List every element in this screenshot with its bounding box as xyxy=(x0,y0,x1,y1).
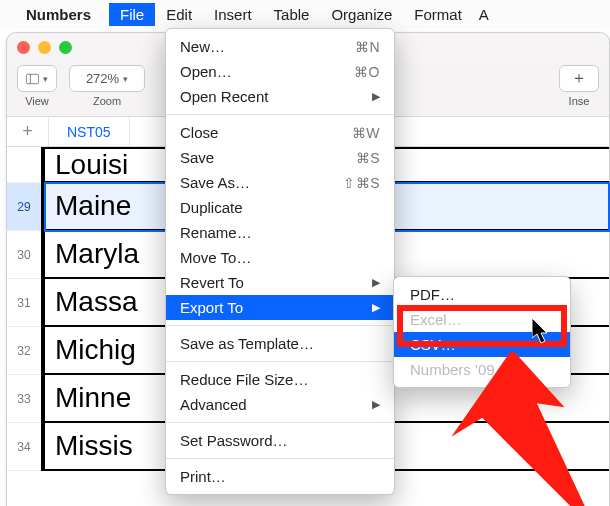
cell-text: Missis xyxy=(55,430,133,462)
sidebar-icon xyxy=(26,72,39,86)
insert-button[interactable]: ＋ xyxy=(559,65,599,92)
menu-item-label: New… xyxy=(180,38,225,55)
minimize-window-button[interactable] xyxy=(38,41,51,54)
menu-item-label: Export To xyxy=(180,299,243,316)
menu-item-label: Advanced xyxy=(180,396,247,413)
add-sheet-button[interactable]: + xyxy=(7,117,49,146)
menu-item[interactable]: Rename… xyxy=(166,220,394,245)
menubar-item-insert[interactable]: Insert xyxy=(203,3,263,26)
submenu-arrow-icon: ▶ xyxy=(372,90,380,103)
menu-item-label: Open Recent xyxy=(180,88,268,105)
row-number[interactable]: 34 xyxy=(7,423,41,471)
app-name[interactable]: Numbers xyxy=(26,6,91,23)
submenu-arrow-icon: ▶ xyxy=(372,301,380,314)
zoom-button[interactable]: 272% ▾ xyxy=(69,65,145,92)
menu-item[interactable]: Duplicate xyxy=(166,195,394,220)
cell-text: Michig xyxy=(55,334,136,366)
menubar-item-file[interactable]: File xyxy=(109,3,155,26)
menu-shortcut: ⌘N xyxy=(355,39,380,55)
menu-item[interactable]: Move To… xyxy=(166,245,394,270)
menu-separator xyxy=(166,422,394,423)
menu-separator xyxy=(166,325,394,326)
row-number[interactable]: 30 xyxy=(7,231,41,279)
row-number-column: 29 30 31 32 33 34 xyxy=(7,147,41,471)
menu-item-label: Rename… xyxy=(180,224,252,241)
menu-item[interactable]: New…⌘N xyxy=(166,34,394,59)
menu-separator xyxy=(166,361,394,362)
file-menu: New…⌘NOpen…⌘OOpen Recent▶Close⌘WSave⌘SSa… xyxy=(165,28,395,495)
cell-text: Maine xyxy=(55,190,131,222)
menu-shortcut: ⇧⌘S xyxy=(343,175,380,191)
menu-item-label: Duplicate xyxy=(180,199,243,216)
cell-text: Maryla xyxy=(55,238,139,270)
export-submenu: PDF…Excel…CSV…Numbers '09… xyxy=(393,276,571,388)
menu-item[interactable]: Save as Template… xyxy=(166,331,394,356)
menu-item[interactable]: Open…⌘O xyxy=(166,59,394,84)
menu-item[interactable]: Save⌘S xyxy=(166,145,394,170)
menu-item-label: Print… xyxy=(180,468,226,485)
submenu-item[interactable]: Excel… xyxy=(394,307,570,332)
mac-menubar: Numbers File Edit Insert Table Organize … xyxy=(0,0,610,29)
menu-separator xyxy=(166,458,394,459)
menu-item-label: Move To… xyxy=(180,249,251,266)
sheet-tab[interactable]: NST05 xyxy=(49,117,130,146)
menu-item-label: Save As… xyxy=(180,174,250,191)
menu-item[interactable]: Advanced▶ xyxy=(166,392,394,417)
zoom-window-button[interactable] xyxy=(59,41,72,54)
chevron-down-icon: ▾ xyxy=(43,74,48,84)
menu-item[interactable]: Open Recent▶ xyxy=(166,84,394,109)
menubar-item-edit[interactable]: Edit xyxy=(155,3,203,26)
row-number[interactable]: 31 xyxy=(7,279,41,327)
zoom-label: Zoom xyxy=(93,95,121,107)
menu-shortcut: ⌘W xyxy=(352,125,380,141)
menubar-item-format[interactable]: Format xyxy=(403,3,473,26)
row-number[interactable]: 33 xyxy=(7,375,41,423)
menu-item[interactable]: Print… xyxy=(166,464,394,489)
menu-item-label: Set Password… xyxy=(180,432,288,449)
submenu-arrow-icon: ▶ xyxy=(372,398,380,411)
menu-item[interactable]: Save As…⇧⌘S xyxy=(166,170,394,195)
menu-item[interactable]: Reduce File Size… xyxy=(166,367,394,392)
menubar-item-more[interactable]: A xyxy=(473,3,500,26)
menu-item-label: Save xyxy=(180,149,214,166)
chevron-down-icon: ▾ xyxy=(123,74,128,84)
close-window-button[interactable] xyxy=(17,41,30,54)
submenu-arrow-icon: ▶ xyxy=(372,276,380,289)
svg-rect-0 xyxy=(26,74,38,83)
view-button[interactable]: ▾ xyxy=(17,65,57,92)
submenu-item[interactable]: Numbers '09… xyxy=(394,357,570,382)
menu-item[interactable]: Set Password… xyxy=(166,428,394,453)
menubar-item-organize[interactable]: Organize xyxy=(320,3,403,26)
menu-item[interactable]: Revert To▶ xyxy=(166,270,394,295)
menu-separator xyxy=(166,114,394,115)
menu-item-label: Open… xyxy=(180,63,232,80)
menu-shortcut: ⌘O xyxy=(354,64,380,80)
plus-icon: ＋ xyxy=(571,68,587,89)
cell-text: Massa xyxy=(55,286,137,318)
menu-item-label: Save as Template… xyxy=(180,335,314,352)
cell-text: Louisi xyxy=(55,149,128,181)
menubar-item-table[interactable]: Table xyxy=(263,3,321,26)
menu-item-label: Close xyxy=(180,124,218,141)
row-number[interactable]: 32 xyxy=(7,327,41,375)
view-label: View xyxy=(25,95,49,107)
zoom-value: 272% xyxy=(86,71,119,86)
submenu-item[interactable]: CSV… xyxy=(394,332,570,357)
cell-text: Minne xyxy=(55,382,131,414)
menu-item[interactable]: Close⌘W xyxy=(166,120,394,145)
row-number[interactable]: 29 xyxy=(7,183,41,231)
row-number[interactable] xyxy=(7,147,41,183)
menu-item-label: Revert To xyxy=(180,274,244,291)
menu-item-label: Reduce File Size… xyxy=(180,371,308,388)
menu-item[interactable]: Export To▶ xyxy=(166,295,394,320)
menu-shortcut: ⌘S xyxy=(356,150,380,166)
window-controls xyxy=(17,41,72,54)
insert-label-fragment: Inse xyxy=(569,95,590,107)
submenu-item[interactable]: PDF… xyxy=(394,282,570,307)
